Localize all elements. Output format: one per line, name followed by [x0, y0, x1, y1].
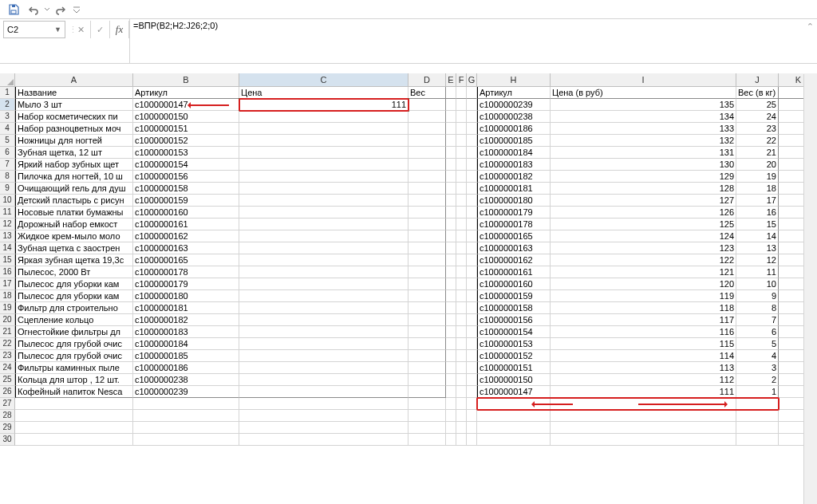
cell[interactable] — [467, 99, 477, 111]
cells-area[interactable]: НазваниеАртикулЦенаВесАртикулЦена (в руб… — [15, 87, 817, 446]
cell[interactable] — [239, 338, 408, 350]
cell[interactable]: Огнестойкие фильтры дл — [15, 326, 133, 338]
row-header-2[interactable]: 2 — [0, 99, 15, 111]
cell[interactable]: с1000000182 — [477, 171, 551, 183]
cell[interactable] — [408, 278, 446, 290]
cell[interactable]: 8 — [736, 302, 779, 314]
cell[interactable] — [456, 135, 467, 147]
cell[interactable] — [456, 99, 467, 111]
cell[interactable] — [467, 207, 477, 219]
cell[interactable]: Зубная щетка, 12 шт — [15, 147, 133, 159]
redo-button[interactable] — [53, 2, 70, 18]
cell[interactable] — [239, 302, 408, 314]
cell[interactable]: Кофейный напиток Nesca — [15, 386, 133, 398]
cell[interactable] — [467, 422, 477, 434]
cell[interactable] — [456, 410, 467, 422]
cell[interactable]: 2 — [736, 374, 779, 386]
cell[interactable] — [239, 230, 408, 242]
cell[interactable] — [408, 422, 446, 434]
cell[interactable] — [408, 135, 446, 147]
cell[interactable]: 6 — [736, 326, 779, 338]
cell[interactable]: 129 — [551, 171, 736, 183]
cell[interactable]: 118 — [551, 302, 736, 314]
vertical-scrollbar[interactable] — [803, 74, 817, 504]
cell[interactable]: Цена (в руб) — [551, 87, 736, 99]
cell[interactable] — [551, 398, 736, 410]
cell[interactable] — [408, 290, 446, 302]
cell[interactable]: с1000000159 — [477, 290, 551, 302]
cell[interactable] — [133, 422, 239, 434]
cell[interactable] — [239, 374, 408, 386]
row-header-29[interactable]: 29 — [0, 422, 15, 434]
cell[interactable]: Набор разноцветных моч — [15, 123, 133, 135]
cell[interactable] — [239, 147, 408, 159]
row-header-19[interactable]: 19 — [0, 302, 15, 314]
cell[interactable] — [467, 398, 477, 410]
cell[interactable]: Пылесос для грубой очис — [15, 350, 133, 362]
cell[interactable] — [239, 422, 408, 434]
row-header-1[interactable]: 1 — [0, 87, 15, 99]
cell[interactable] — [446, 302, 456, 314]
cell[interactable] — [467, 278, 477, 290]
cell[interactable] — [456, 219, 467, 230]
cell[interactable] — [551, 422, 736, 434]
cell[interactable]: Зубная щетка с заострен — [15, 242, 133, 254]
cell[interactable]: Артикул — [133, 87, 239, 99]
cell[interactable] — [456, 422, 467, 434]
cell[interactable] — [477, 434, 551, 446]
cell[interactable]: 135 — [551, 99, 736, 111]
cell[interactable] — [736, 422, 779, 434]
cell[interactable] — [456, 123, 467, 135]
cell[interactable] — [446, 99, 456, 111]
cell[interactable]: 134 — [551, 111, 736, 123]
cell[interactable]: 120 — [551, 278, 736, 290]
col-header-J[interactable]: J — [736, 73, 779, 87]
cell[interactable]: с1000000180 — [133, 290, 239, 302]
row-header-28[interactable]: 28 — [0, 410, 15, 422]
cell[interactable] — [408, 254, 446, 266]
cell[interactable] — [467, 254, 477, 266]
row-header-11[interactable]: 11 — [0, 207, 15, 219]
cell[interactable] — [446, 159, 456, 171]
cell[interactable] — [446, 386, 456, 398]
save-button[interactable] — [5, 2, 22, 18]
cell[interactable]: Пилочка для ногтей, 10 ш — [15, 171, 133, 183]
cell[interactable]: с1000000161 — [133, 219, 239, 230]
cell[interactable]: с1000000186 — [477, 123, 551, 135]
cell[interactable]: 123 — [551, 242, 736, 254]
cell[interactable] — [239, 386, 408, 398]
cell[interactable] — [456, 326, 467, 338]
cell[interactable]: Яркая зубная щетка 19,3с — [15, 254, 133, 266]
cancel-formula-button[interactable]: ✕ — [72, 21, 91, 38]
cell[interactable]: 21 — [736, 147, 779, 159]
row-header-21[interactable]: 21 — [0, 326, 15, 338]
cell[interactable] — [446, 410, 456, 422]
cell[interactable]: с1000000179 — [133, 278, 239, 290]
cell[interactable]: 10 — [736, 278, 779, 290]
cell[interactable] — [239, 219, 408, 230]
cell[interactable] — [446, 219, 456, 230]
cell[interactable]: с1000000185 — [133, 350, 239, 362]
cell[interactable]: 119 — [551, 290, 736, 302]
cell[interactable] — [239, 254, 408, 266]
cell[interactable] — [239, 266, 408, 278]
cell[interactable] — [467, 230, 477, 242]
cell[interactable]: 117 — [551, 314, 736, 326]
cell[interactable] — [446, 398, 456, 410]
col-header-A[interactable]: A — [15, 73, 133, 87]
cell[interactable] — [408, 302, 446, 314]
cell[interactable]: 14 — [736, 230, 779, 242]
cell[interactable]: 111 — [239, 99, 408, 111]
cell[interactable]: с1000000156 — [133, 171, 239, 183]
cell[interactable]: с1000000184 — [133, 338, 239, 350]
row-header-17[interactable]: 17 — [0, 278, 15, 290]
cell[interactable]: 23 — [736, 123, 779, 135]
cell[interactable] — [446, 338, 456, 350]
row-header-30[interactable]: 30 — [0, 434, 15, 446]
cell[interactable] — [408, 230, 446, 242]
cell[interactable] — [408, 398, 446, 410]
cell[interactable] — [408, 326, 446, 338]
cell[interactable]: с1000000183 — [477, 159, 551, 171]
cell[interactable] — [456, 147, 467, 159]
cell[interactable] — [239, 171, 408, 183]
